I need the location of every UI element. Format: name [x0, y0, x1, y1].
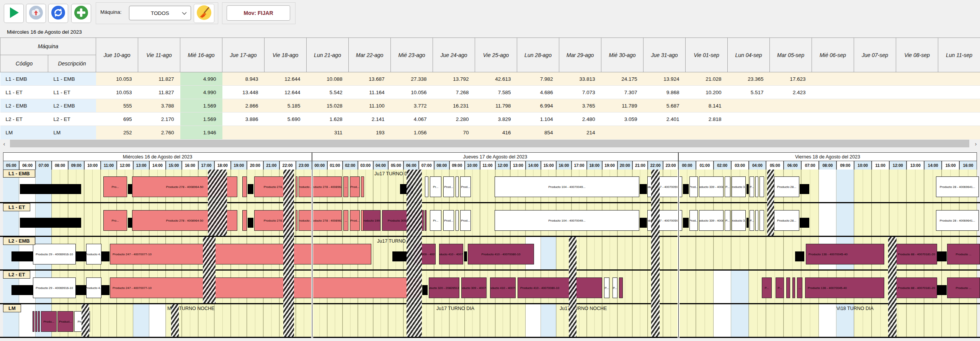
gantt-bar[interactable]: Prod...	[460, 210, 471, 231]
gantt-bar[interactable]	[242, 176, 247, 197]
gantt-bar[interactable]: Producto 278 - 4008962...	[313, 210, 342, 231]
gantt-bar[interactable]	[20, 184, 81, 194]
gantt-bar[interactable]: Produ...	[41, 311, 57, 332]
gantt-bar[interactable]: P...	[750, 210, 754, 231]
gantt-bar[interactable]: Producto ...	[299, 176, 312, 197]
gantt-bar[interactable]: P...	[776, 277, 784, 298]
gantt-bar[interactable]: ...	[343, 210, 348, 231]
gantt-bar[interactable]: Producto 88 - 40070181-20	[896, 277, 937, 298]
gantt-bar[interactable]	[11, 285, 33, 295]
gantt-bar[interactable]: Pro...	[103, 210, 127, 231]
gantt-bar[interactable]	[422, 285, 428, 295]
gantt-bar[interactable]: Producto 278 - 4008962...	[313, 176, 342, 197]
gantt-bar[interactable]: P...	[750, 176, 754, 197]
gantt-bar[interactable]	[760, 210, 764, 231]
gantt-bar[interactable]: Producto 28 - 40069641...	[936, 176, 979, 197]
scroll-right-arrow[interactable]: ›	[972, 139, 980, 148]
gantt-bar[interactable]: Producto 104 - 40070049...	[495, 210, 639, 231]
gantt-bar[interactable]: Producto 410 - 40070...	[439, 244, 463, 264]
gantt-bar[interactable]: Prod...	[689, 176, 698, 197]
gantt-bar[interactable]	[425, 210, 426, 231]
gantt-bar[interactable]: Producto 29 - 40069916-10	[33, 277, 76, 298]
gantt-bar[interactable]	[800, 184, 809, 194]
gantt-bar[interactable]	[76, 251, 86, 261]
scroll-thumb[interactable]	[10, 140, 969, 147]
gantt-bar[interactable]: P...	[725, 210, 730, 231]
gantt-bar[interactable]: Producto 28...	[774, 176, 799, 197]
gantt-bar[interactable]	[619, 277, 623, 298]
scroll-left-arrow[interactable]: ‹	[0, 139, 8, 148]
gantt-bar[interactable]: Prod...	[460, 176, 471, 197]
gantt-bar[interactable]	[795, 251, 804, 261]
gantt-bar[interactable]: Producto 247 - 40070077-10	[110, 277, 421, 298]
gantt-bar[interactable]	[792, 277, 795, 298]
refresh-button[interactable]	[48, 4, 68, 23]
gantt-bar[interactable]: Producto 320 - 208265131...	[429, 277, 459, 298]
gantt-bar[interactable]	[786, 277, 790, 298]
gantt-bar[interactable]	[361, 176, 364, 197]
gantt-bar[interactable]: Producto 339 - 4008...	[699, 176, 724, 197]
gantt-bar[interactable]: Producto ...	[299, 210, 312, 231]
gantt-bar[interactable]	[683, 184, 689, 194]
gantt-bar[interactable]: Prod...	[443, 176, 454, 197]
gantt-bar[interactable]: Producto 136 - 40070045-40	[806, 244, 884, 264]
gantt-bar[interactable]	[425, 176, 428, 197]
gantt-bar[interactable]: Prod...	[443, 210, 454, 231]
gantt-bar[interactable]: Prod...	[689, 210, 698, 231]
gantt-bar[interactable]: Producto 3...	[732, 210, 746, 231]
gantt-bar[interactable]	[242, 210, 247, 231]
gantt-bar[interactable]	[248, 184, 253, 194]
gantt-bar[interactable]	[464, 251, 467, 261]
gantt-bar[interactable]	[800, 218, 809, 228]
gantt-bar[interactable]	[640, 184, 647, 194]
gantt-bar[interactable]	[746, 184, 749, 194]
gantt-bar[interactable]	[76, 285, 86, 295]
gantt-bar[interactable]	[296, 210, 297, 231]
gantt-bar[interactable]	[679, 210, 682, 231]
gantt-bar[interactable]: Producto 410 - 40070080-10	[518, 277, 602, 298]
gantt-bar[interactable]: ...	[797, 277, 802, 298]
gantt-bar[interactable]	[755, 210, 758, 231]
gantt-bar[interactable]	[128, 218, 132, 228]
gantt-bar[interactable]: Pr...	[430, 210, 441, 231]
gantt-bar[interactable]: Producto ...	[947, 277, 980, 298]
gantt-bar[interactable]	[746, 218, 749, 228]
gantt-bar[interactable]: Prod...	[350, 176, 360, 197]
gantt-bar[interactable]: Producto 339 - 4008...	[699, 210, 724, 231]
gantt-bar[interactable]	[38, 311, 40, 332]
gantt-bar[interactable]	[640, 218, 647, 228]
add-button[interactable]	[71, 4, 91, 23]
gantt-bar[interactable]: Producto 28 - 40069641...	[936, 210, 979, 231]
gantt-bar[interactable]	[248, 218, 253, 228]
gantt-bar[interactable]	[937, 251, 947, 261]
gantt-bar[interactable]: Prod...	[350, 210, 360, 231]
gantt-bar[interactable]: P...	[612, 277, 617, 298]
gantt-bar[interactable]: Pro...	[103, 176, 127, 197]
gantt-bar[interactable]: P...	[604, 277, 609, 298]
gantt-bar[interactable]: Producto 4...	[86, 277, 101, 298]
gantt-bar[interactable]: Producto 4...	[86, 244, 101, 264]
gantt-bar[interactable]: Producto 410 - 40070080-10	[468, 244, 534, 264]
gantt-bar[interactable]: Pr...	[430, 176, 441, 197]
gantt-bar[interactable]: Producto 28...	[774, 210, 799, 231]
gantt-bar[interactable]	[128, 184, 132, 194]
gantt-bar[interactable]	[101, 251, 109, 261]
gantt-bar[interactable]	[679, 176, 682, 197]
mov-fijar-button[interactable]: Mov: FIJAR	[227, 5, 290, 21]
gantt-bar[interactable]	[11, 251, 33, 261]
gantt-bar[interactable]	[456, 210, 459, 231]
gantt-bar[interactable]	[20, 218, 81, 228]
gantt-bar[interactable]: Producto 104 - 40070049...	[495, 176, 639, 197]
gantt-bar[interactable]: Producto 199...	[363, 210, 381, 231]
gantt-bar[interactable]: Product...	[57, 311, 74, 332]
gantt-bar[interactable]: Producto 247 - 40070077-10	[110, 244, 371, 264]
gantt-bar[interactable]: Producto 88 - 40070181-20	[896, 244, 937, 264]
gantt-bar[interactable]	[760, 176, 764, 197]
gantt-bar[interactable]	[683, 218, 689, 228]
gantt-bar[interactable]: Producto 410 - 40070...	[490, 277, 516, 298]
gantt-bar[interactable]: P...	[725, 176, 730, 197]
clean-button[interactable]	[194, 4, 214, 23]
gantt-bar[interactable]	[755, 176, 758, 197]
gantt-bar[interactable]: Producto 136 - 40070045-40	[805, 277, 884, 298]
gantt-bar[interactable]: ...	[343, 176, 348, 197]
